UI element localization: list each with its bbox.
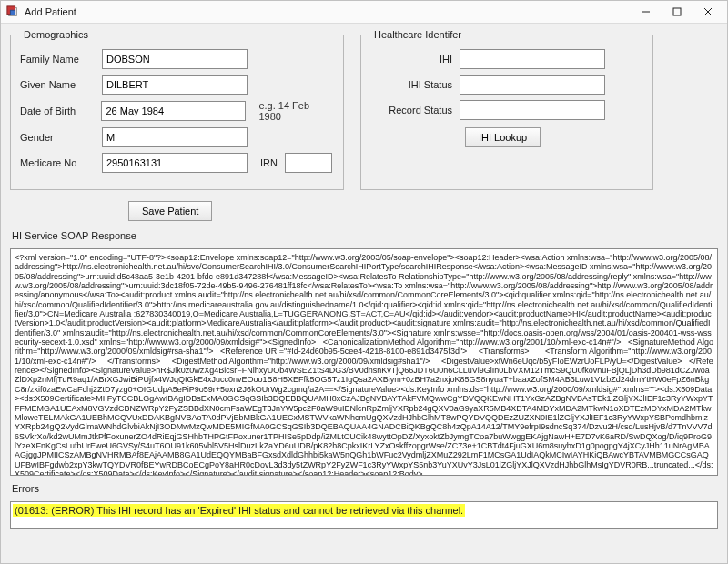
demographics-legend: Demographics [20,29,92,40]
given-name-input[interactable] [102,75,248,95]
dob-input[interactable] [101,101,246,121]
irn-label: IRN [260,157,278,168]
window-minimize-button[interactable] [631,2,662,22]
given-name-label: Given Name [20,79,95,90]
window-title: Add Patient [25,6,76,17]
ihi-status-input[interactable] [460,75,605,95]
ihi-label: IHI [370,54,452,65]
healthcare-identifier-group: Healthcare Identifer IHI IHI Status Reco… [360,29,653,190]
svg-rect-4 [673,8,681,15]
app-icon [6,5,19,18]
record-status-label: Record Status [370,105,452,116]
window-close-button[interactable] [693,2,723,22]
record-status-input[interactable] [460,100,605,120]
medicare-input[interactable] [102,153,248,173]
ihi-status-label: IHI Status [370,79,452,90]
family-name-label: Family Name [20,54,95,65]
family-name-input[interactable] [102,49,248,69]
demographics-group: Demographics Family Name Given Name Date… [10,29,344,190]
dob-label: Date of Birth [20,106,94,116]
save-patient-button[interactable]: Save Patient [128,201,212,221]
titlebar: Add Patient [1,1,727,24]
healthcare-identifier-legend: Healthcare Identifer [370,29,465,40]
ihi-input[interactable] [460,49,605,69]
soap-response-label: HI Service SOAP Response [12,230,718,241]
error-line: (01613: (ERROR) This IHI record has an '… [13,504,465,517]
soap-response-box[interactable] [10,248,718,476]
window-maximize-button[interactable] [662,2,693,22]
gender-input[interactable] [102,127,248,147]
irn-input[interactable] [285,153,332,173]
ihi-lookup-button[interactable]: IHI Lookup [465,127,541,147]
add-patient-window: Add Patient Demographics Family Name [0,0,728,564]
medicare-label: Medicare No [20,157,95,168]
errors-box[interactable]: (01613: (ERROR) This IHI record has an '… [10,501,718,529]
gender-label: Gender [20,132,95,143]
errors-label: Errors [12,483,718,494]
svg-rect-2 [10,10,15,15]
dob-hint: e.g. 14 Feb 1980 [258,100,334,122]
